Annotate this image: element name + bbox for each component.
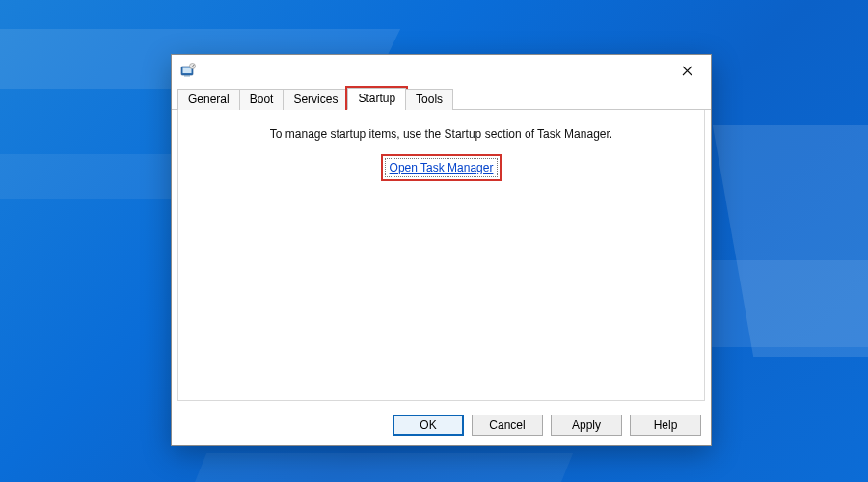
tab-services[interactable]: Services: [283, 89, 348, 110]
open-task-manager-link[interactable]: Open Task Manager: [385, 158, 499, 177]
tab-boot[interactable]: Boot: [239, 89, 285, 110]
wallpaper-ribbon: [179, 453, 573, 482]
apply-button[interactable]: Apply: [551, 415, 622, 436]
titlebar-left: [179, 62, 203, 79]
cancel-button[interactable]: Cancel: [472, 415, 543, 436]
ok-button[interactable]: OK: [393, 415, 464, 436]
msconfig-icon: [179, 62, 197, 79]
msconfig-dialog: General Boot Services Startup Tools To m…: [171, 54, 712, 446]
titlebar[interactable]: [172, 55, 711, 86]
link-wrap: Open Task Manager: [178, 158, 704, 177]
close-icon: [682, 66, 692, 76]
svg-rect-1: [183, 68, 192, 74]
tab-row: General Boot Services Startup Tools: [172, 88, 711, 110]
tab-startup[interactable]: Startup: [347, 88, 406, 110]
tab-content: To manage startup items, use the Startup…: [177, 110, 705, 401]
tab-tools[interactable]: Tools: [405, 89, 453, 110]
tab-general[interactable]: General: [177, 89, 240, 110]
startup-message: To manage startup items, use the Startup…: [178, 110, 704, 141]
button-bar: OK Cancel Apply Help: [172, 407, 711, 445]
close-button[interactable]: [665, 56, 709, 85]
help-button[interactable]: Help: [630, 415, 701, 436]
svg-rect-2: [184, 75, 190, 77]
